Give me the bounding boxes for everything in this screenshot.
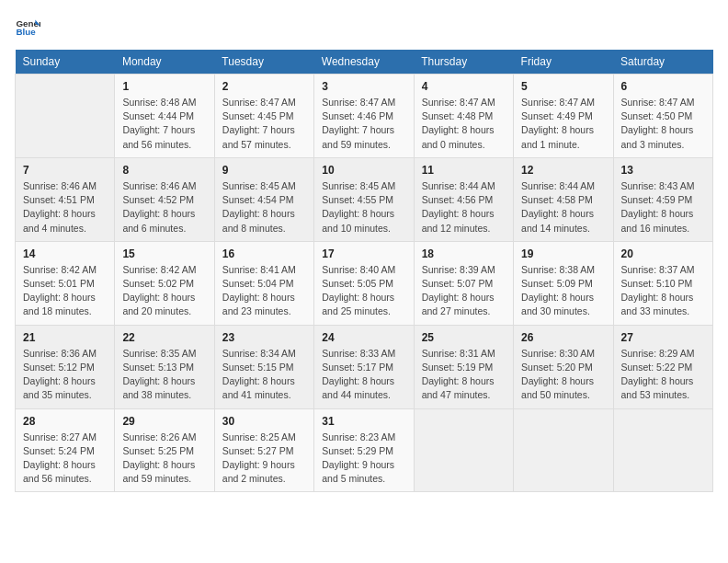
day-info: Sunrise: 8:38 AM Sunset: 5:09 PM Dayligh… [521,263,605,319]
calendar-cell [613,408,712,492]
day-info: Sunrise: 8:31 AM Sunset: 5:19 PM Dayligh… [422,347,506,403]
calendar-cell: 10Sunrise: 8:45 AM Sunset: 4:55 PM Dayli… [314,157,414,241]
day-info: Sunrise: 8:27 AM Sunset: 5:24 PM Dayligh… [23,431,107,487]
day-header-sunday: Sunday [16,50,115,75]
week-row-3: 14Sunrise: 8:42 AM Sunset: 5:01 PM Dayli… [16,241,713,325]
day-number: 31 [322,415,405,428]
calendar-cell: 24Sunrise: 8:33 AM Sunset: 5:17 PM Dayli… [314,325,414,408]
day-number: 21 [23,331,107,344]
day-number: 3 [322,80,405,93]
day-info: Sunrise: 8:45 AM Sunset: 4:55 PM Dayligh… [322,179,405,236]
day-info: Sunrise: 8:25 AM Sunset: 5:27 PM Dayligh… [222,431,306,487]
calendar-cell: 16Sunrise: 8:41 AM Sunset: 5:04 PM Dayli… [214,241,313,325]
header: General Blue [15,15,713,40]
day-number: 12 [521,164,605,177]
day-info: Sunrise: 8:23 AM Sunset: 5:29 PM Dayligh… [322,431,405,487]
day-info: Sunrise: 8:41 AM Sunset: 5:04 PM Dayligh… [222,263,306,319]
day-header-thursday: Thursday [414,50,513,75]
day-info: Sunrise: 8:44 AM Sunset: 4:58 PM Dayligh… [521,179,605,236]
day-info: Sunrise: 8:29 AM Sunset: 5:22 PM Dayligh… [621,347,705,403]
day-info: Sunrise: 8:47 AM Sunset: 4:50 PM Dayligh… [621,96,705,152]
calendar-cell: 13Sunrise: 8:43 AM Sunset: 4:59 PM Dayli… [613,157,712,241]
day-info: Sunrise: 8:35 AM Sunset: 5:13 PM Dayligh… [122,347,206,403]
day-header-friday: Friday [514,50,613,75]
day-info: Sunrise: 8:46 AM Sunset: 4:51 PM Dayligh… [23,179,107,236]
calendar-cell: 6Sunrise: 8:47 AM Sunset: 4:50 PM Daylig… [613,75,712,158]
day-number: 11 [422,164,506,177]
svg-text:Blue: Blue [16,27,36,37]
day-number: 25 [422,331,506,344]
day-number: 13 [621,164,705,177]
day-number: 27 [621,331,705,344]
calendar-cell: 31Sunrise: 8:23 AM Sunset: 5:29 PM Dayli… [314,408,414,492]
calendar-cell: 18Sunrise: 8:39 AM Sunset: 5:07 PM Dayli… [414,241,513,325]
calendar-cell: 28Sunrise: 8:27 AM Sunset: 5:24 PM Dayli… [16,408,115,492]
day-info: Sunrise: 8:43 AM Sunset: 4:59 PM Dayligh… [621,179,705,236]
calendar-cell: 29Sunrise: 8:26 AM Sunset: 5:25 PM Dayli… [115,408,214,492]
day-number: 24 [322,331,405,344]
day-number: 15 [122,247,206,260]
day-number: 26 [521,331,605,344]
day-header-saturday: Saturday [613,50,712,75]
calendar-cell: 14Sunrise: 8:42 AM Sunset: 5:01 PM Dayli… [16,241,115,325]
day-info: Sunrise: 8:42 AM Sunset: 5:02 PM Dayligh… [122,263,206,319]
day-number: 23 [222,331,306,344]
day-number: 10 [322,164,405,177]
logo-icon: General Blue [15,15,40,40]
calendar-cell: 11Sunrise: 8:44 AM Sunset: 4:56 PM Dayli… [414,157,513,241]
week-row-5: 28Sunrise: 8:27 AM Sunset: 5:24 PM Dayli… [16,408,713,492]
calendar-cell [16,75,115,158]
day-info: Sunrise: 8:45 AM Sunset: 4:54 PM Dayligh… [222,179,306,236]
calendar-cell: 5Sunrise: 8:47 AM Sunset: 4:49 PM Daylig… [514,75,613,158]
day-info: Sunrise: 8:36 AM Sunset: 5:12 PM Dayligh… [23,347,107,403]
day-number: 4 [422,80,506,93]
day-number: 5 [521,80,605,93]
day-number: 17 [322,247,405,260]
day-info: Sunrise: 8:47 AM Sunset: 4:48 PM Dayligh… [422,96,506,152]
calendar-cell: 4Sunrise: 8:47 AM Sunset: 4:48 PM Daylig… [414,75,513,158]
calendar-cell: 12Sunrise: 8:44 AM Sunset: 4:58 PM Dayli… [514,157,613,241]
day-number: 9 [222,164,306,177]
calendar-cell: 25Sunrise: 8:31 AM Sunset: 5:19 PM Dayli… [414,325,513,408]
day-number: 1 [122,80,206,93]
day-number: 30 [222,415,306,428]
day-number: 18 [422,247,506,260]
calendar-cell: 2Sunrise: 8:47 AM Sunset: 4:45 PM Daylig… [214,75,313,158]
day-info: Sunrise: 8:47 AM Sunset: 4:45 PM Dayligh… [222,96,306,152]
calendar-cell [414,408,513,492]
day-info: Sunrise: 8:34 AM Sunset: 5:15 PM Dayligh… [222,347,306,403]
day-number: 20 [621,247,705,260]
day-number: 22 [122,331,206,344]
week-row-1: 1Sunrise: 8:48 AM Sunset: 4:44 PM Daylig… [16,75,713,158]
day-info: Sunrise: 8:44 AM Sunset: 4:56 PM Dayligh… [422,179,506,236]
day-info: Sunrise: 8:48 AM Sunset: 4:44 PM Dayligh… [122,96,206,152]
calendar-cell [514,408,613,492]
day-number: 6 [621,80,705,93]
day-info: Sunrise: 8:47 AM Sunset: 4:46 PM Dayligh… [322,96,405,152]
calendar-cell: 26Sunrise: 8:30 AM Sunset: 5:20 PM Dayli… [514,325,613,408]
calendar-cell: 23Sunrise: 8:34 AM Sunset: 5:15 PM Dayli… [214,325,313,408]
day-info: Sunrise: 8:40 AM Sunset: 5:05 PM Dayligh… [322,263,405,319]
calendar-table: SundayMondayTuesdayWednesdayThursdayFrid… [15,50,713,492]
calendar-cell: 17Sunrise: 8:40 AM Sunset: 5:05 PM Dayli… [314,241,414,325]
day-number: 19 [521,247,605,260]
day-info: Sunrise: 8:47 AM Sunset: 4:49 PM Dayligh… [521,96,605,152]
day-number: 14 [23,247,107,260]
week-row-4: 21Sunrise: 8:36 AM Sunset: 5:12 PM Dayli… [16,325,713,408]
calendar-cell: 15Sunrise: 8:42 AM Sunset: 5:02 PM Dayli… [115,241,214,325]
calendar-cell: 9Sunrise: 8:45 AM Sunset: 4:54 PM Daylig… [214,157,313,241]
calendar-cell: 30Sunrise: 8:25 AM Sunset: 5:27 PM Dayli… [214,408,313,492]
day-number: 28 [23,415,107,428]
day-info: Sunrise: 8:39 AM Sunset: 5:07 PM Dayligh… [422,263,506,319]
calendar-cell: 27Sunrise: 8:29 AM Sunset: 5:22 PM Dayli… [613,325,712,408]
calendar-cell: 8Sunrise: 8:46 AM Sunset: 4:52 PM Daylig… [115,157,214,241]
calendar-cell: 22Sunrise: 8:35 AM Sunset: 5:13 PM Dayli… [115,325,214,408]
day-header-wednesday: Wednesday [314,50,414,75]
day-info: Sunrise: 8:30 AM Sunset: 5:20 PM Dayligh… [521,347,605,403]
day-number: 7 [23,164,107,177]
day-info: Sunrise: 8:33 AM Sunset: 5:17 PM Dayligh… [322,347,405,403]
calendar-cell: 20Sunrise: 8:37 AM Sunset: 5:10 PM Dayli… [613,241,712,325]
week-row-2: 7Sunrise: 8:46 AM Sunset: 4:51 PM Daylig… [16,157,713,241]
calendar-cell: 19Sunrise: 8:38 AM Sunset: 5:09 PM Dayli… [514,241,613,325]
day-info: Sunrise: 8:46 AM Sunset: 4:52 PM Dayligh… [122,179,206,236]
